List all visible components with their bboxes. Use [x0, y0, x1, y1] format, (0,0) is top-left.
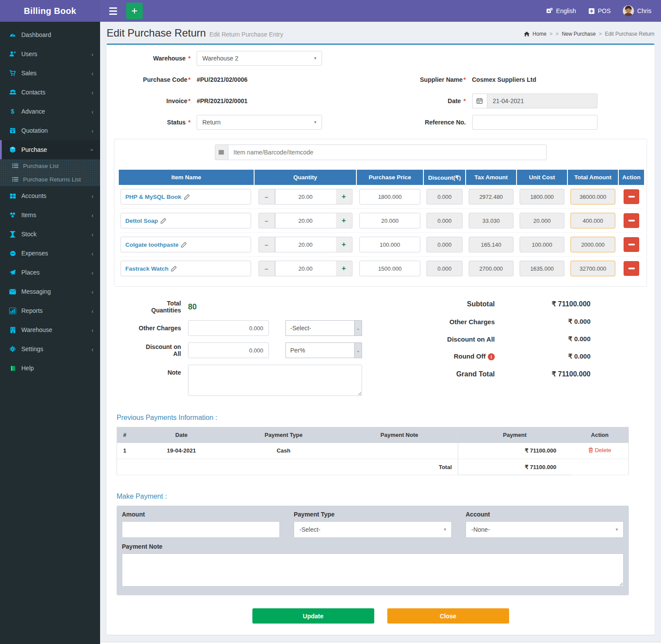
chevron-left-icon: ‹ [92, 89, 94, 96]
sidebar-item-contacts[interactable]: Contacts ‹ [0, 83, 100, 102]
qty-input[interactable] [275, 261, 336, 276]
language-menu[interactable]: A English [546, 7, 576, 14]
account-select[interactable]: -None- ▼ [466, 521, 624, 538]
sidebar-item-items[interactable]: Items ‹ [0, 205, 100, 225]
remove-item-button[interactable] [624, 189, 639, 204]
qty-decrement-button[interactable]: – [258, 237, 275, 252]
building-icon [9, 327, 17, 333]
breadcrumb-new-purchase[interactable]: New Purchase [562, 31, 596, 37]
purchase-price-input[interactable] [359, 189, 420, 205]
tax-amount-input [469, 189, 513, 205]
sidebar-item-reports[interactable]: Reports ‹ [0, 301, 100, 320]
svg-text:$: $ [11, 108, 14, 115]
item-name-link[interactable]: Fastrack Watch [121, 261, 251, 276]
sidebar-item-settings[interactable]: Settings ‹ [0, 339, 100, 359]
sidebar-item-purchase-returns-list[interactable]: Purchase Returns List [0, 173, 100, 186]
remove-item-button[interactable] [624, 261, 639, 276]
sidebar-item-accounts[interactable]: Accounts ‹ [0, 186, 100, 205]
sidebar-item-purchase-list[interactable]: Purchase List [0, 159, 100, 173]
dashboard-icon [9, 31, 17, 38]
edit-icon [161, 218, 166, 224]
minus-icon [628, 268, 635, 269]
delete-payment-button[interactable]: Delete [588, 447, 611, 453]
payment-note-label: Payment Note [122, 543, 624, 550]
update-button[interactable]: Update [252, 608, 374, 624]
breadcrumb-home[interactable]: Home [533, 31, 547, 37]
sidebar-item-sales[interactable]: Sales ‹ [0, 64, 100, 83]
sidebar-item-warehouse[interactable]: Warehouse ‹ [0, 320, 100, 339]
language-icon: A [546, 7, 553, 14]
sidebar-item-messaging[interactable]: Messaging ‹ [0, 282, 100, 301]
purchase-code-value: #PU/2021/02/0006 [197, 76, 248, 83]
close-button[interactable]: Close [387, 608, 509, 624]
quick-add-button[interactable] [126, 3, 143, 19]
sidebar-toggle-icon[interactable] [104, 0, 122, 22]
user-menu[interactable]: Chris [623, 5, 651, 17]
total-amount-input [570, 261, 615, 276]
sidebar-item-places[interactable]: Places ‹ [0, 263, 100, 282]
app-logo[interactable]: Billing Book [0, 0, 100, 22]
sidebar-item-users[interactable]: Users ‹ [0, 44, 100, 64]
chevron-left-icon: ‹ [92, 192, 94, 200]
minus-icon [628, 244, 635, 245]
list-icon [11, 164, 19, 169]
plus-icon [131, 7, 138, 14]
qty-decrement-button[interactable]: – [258, 189, 275, 205]
date-input[interactable] [487, 94, 597, 108]
qty-decrement-button[interactable]: – [258, 261, 275, 276]
info-icon[interactable]: i [488, 353, 495, 360]
payment-row: 1 19-04-2021 Cash ₹ 71100.000 Delete [117, 443, 629, 459]
qty-increment-button[interactable]: + [336, 237, 352, 252]
remove-item-button[interactable] [624, 237, 639, 252]
list-icon [11, 177, 19, 182]
reference-input[interactable] [472, 115, 597, 130]
tax-amount-input [469, 213, 513, 228]
qty-increment-button[interactable]: + [336, 213, 352, 228]
sidebar-item-quotation[interactable]: Quotation ‹ [0, 121, 100, 140]
item-search-input[interactable] [228, 144, 547, 160]
payment-note-textarea[interactable] [122, 553, 624, 587]
purchase-price-input[interactable] [359, 237, 420, 252]
amount-input[interactable] [122, 521, 280, 538]
invoice-label: Invoice* [114, 97, 197, 104]
purchase-price-input[interactable] [359, 261, 420, 276]
chevron-left-icon: ‹ [92, 108, 94, 115]
caret-down-icon: ▼ [615, 527, 619, 532]
sidebar-item-help[interactable]: Help [0, 359, 100, 378]
purchase-submenu: Purchase List Purchase Returns List [0, 159, 100, 186]
pos-menu[interactable]: POS [588, 7, 611, 14]
note-textarea[interactable] [188, 365, 362, 396]
qty-increment-button[interactable]: + [336, 261, 352, 276]
discount-input [426, 237, 463, 252]
unit-cost-input [520, 213, 564, 228]
discount-type-select[interactable]: Per% ⌄ [285, 342, 362, 358]
sidebar-item-advance[interactable]: $ Advance ‹ [0, 102, 100, 121]
other-charges-select[interactable]: -Select- ⌄ [285, 320, 362, 336]
warehouse-select[interactable]: Warehouse 2 ▼ [197, 51, 322, 66]
note-label: Note [137, 365, 188, 376]
qty-input[interactable] [275, 213, 336, 228]
sidebar: Dashboard Users ‹ Sales ‹ Contacts ‹ $ A… [0, 22, 100, 644]
item-name-link[interactable]: PHP & MySQL Book [121, 189, 251, 205]
qty-input[interactable] [275, 189, 336, 205]
sidebar-item-dashboard[interactable]: Dashboard [0, 25, 100, 44]
qty-increment-button[interactable]: + [336, 189, 352, 205]
user-name: Chris [637, 7, 651, 14]
payment-type-select[interactable]: -Select- ▼ [294, 521, 452, 538]
remove-item-button[interactable] [624, 213, 639, 228]
item-name-link[interactable]: Colgate toothpaste [121, 237, 251, 252]
caret-down-icon: ▼ [313, 120, 317, 124]
svg-text:A: A [547, 9, 550, 13]
status-select[interactable]: Return ▼ [197, 115, 322, 130]
sidebar-item-purchase[interactable]: Purchase › [0, 140, 100, 159]
item-name-link[interactable]: Dettol Soap [121, 213, 251, 228]
make-payment-panel: Amount Payment Type -Select- ▼ Account -… [117, 506, 629, 595]
discount-on-all-input[interactable] [188, 342, 269, 358]
sidebar-item-stock[interactable]: Stock ‹ [0, 225, 100, 244]
qty-decrement-button[interactable]: – [258, 213, 275, 228]
sidebar-item-expenses[interactable]: Expenses ‹ [0, 244, 100, 263]
other-charges-input[interactable] [188, 320, 269, 336]
purchase-price-input[interactable] [359, 213, 420, 228]
qty-input[interactable] [275, 237, 336, 252]
discount-input [426, 213, 463, 228]
